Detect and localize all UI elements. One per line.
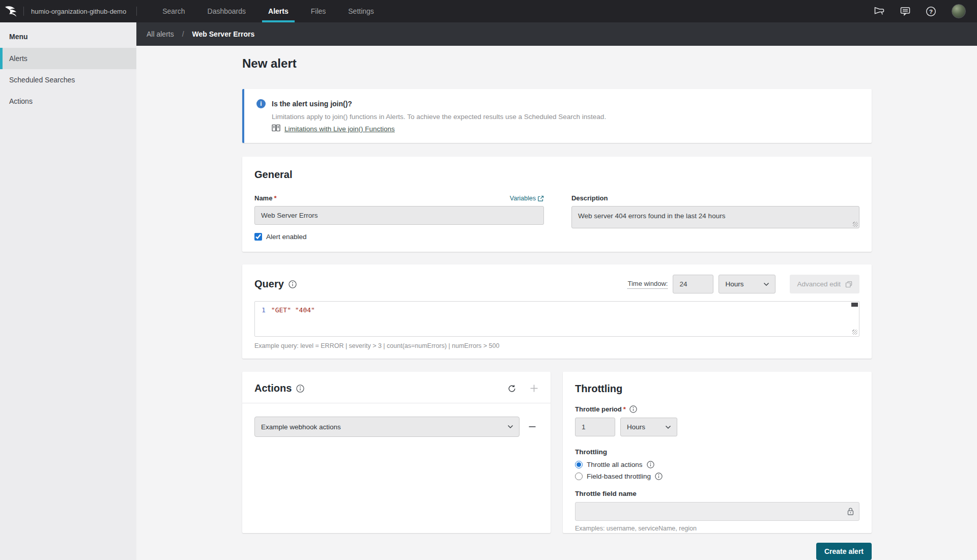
open-in-new-icon (845, 281, 852, 288)
action-select[interactable]: Example webhook actions (254, 417, 520, 437)
breadcrumb-all-alerts[interactable]: All alerts (147, 30, 174, 38)
breadcrumb-current: Web Server Errors (192, 30, 255, 38)
throttling-heading: Throttling (575, 383, 859, 395)
time-window-input[interactable] (673, 275, 713, 293)
variables-link[interactable]: Variables (510, 195, 544, 202)
feedback-chat-icon[interactable] (900, 7, 910, 16)
resize-handle[interactable] (852, 330, 857, 335)
general-section: General Name* Variables (242, 157, 872, 252)
query-info-icon[interactable] (289, 280, 297, 288)
required-asterisk: * (274, 194, 276, 202)
nav-right-icons: ? (874, 4, 977, 18)
field-based-info-icon[interactable] (655, 473, 663, 480)
time-window-label[interactable]: Time window: (627, 280, 668, 289)
line-number: 1 (262, 306, 266, 314)
sidebar: Menu Alerts Scheduled Searches Actions (0, 22, 136, 560)
info-banner-body: Limitations apply to join() functions in… (272, 113, 859, 121)
nav-item-settings[interactable]: Settings (337, 0, 385, 22)
throttle-period-unit-select[interactable]: Hours (620, 418, 677, 436)
top-navbar: humio-organization-github-demo Search Da… (0, 0, 977, 22)
alert-enabled-checkbox[interactable] (254, 233, 262, 241)
field-based-throttling-radio[interactable] (575, 473, 583, 480)
breadcrumb: All alerts / Web Server Errors (136, 22, 977, 46)
actions-info-icon[interactable] (296, 385, 304, 393)
throttle-all-actions-label: Throttle all actions (587, 461, 643, 468)
announcements-megaphone-icon[interactable] (874, 7, 885, 16)
info-banner-title: Is the alert using join()? (272, 100, 352, 108)
nav-divider (136, 7, 137, 16)
create-alert-button[interactable]: Create alert (816, 543, 872, 560)
chevron-down-icon (665, 425, 671, 429)
field-based-throttling-label: Field-based throttling (587, 473, 651, 480)
main-area: New alert i Is the alert using join()? L… (136, 46, 977, 560)
throttle-all-info-icon[interactable] (647, 461, 654, 468)
refresh-icon (508, 385, 516, 393)
nav-item-dashboards[interactable]: Dashboards (196, 0, 257, 22)
page-title: New alert (242, 56, 872, 71)
throttle-all-actions-radio[interactable] (575, 461, 583, 468)
required-asterisk: * (623, 405, 626, 413)
throttling-section: Throttling Throttle period* Hours Thr (563, 372, 872, 533)
editor-scrollbar-thumb[interactable] (851, 303, 858, 307)
throttle-examples-text: Examples: username, serviceName, region (575, 525, 859, 532)
chevron-down-icon (507, 425, 513, 429)
throttle-field-name-label: Throttle field name (575, 490, 859, 497)
info-filled-icon: i (256, 99, 266, 108)
svg-text:?: ? (929, 8, 933, 14)
sidebar-item-alerts[interactable]: Alerts (0, 48, 136, 69)
book-icon (272, 124, 280, 134)
advanced-edit-button[interactable]: Advanced edit (790, 275, 859, 293)
add-action-button[interactable] (530, 384, 538, 393)
general-heading: General (254, 169, 859, 181)
name-label: Name* (254, 194, 276, 202)
throttle-field-name-input (575, 502, 859, 521)
external-link-icon (537, 195, 544, 202)
query-section: Query Time window: Hours Advanced edit (242, 264, 872, 359)
sidebar-item-actions[interactable]: Actions (0, 91, 136, 112)
organization-name[interactable]: humio-organization-github-demo (31, 8, 126, 15)
nav-item-files[interactable]: Files (300, 0, 337, 22)
join-limitations-link[interactable]: Limitations with Live join() Functions (284, 125, 395, 133)
sidebar-menu-title: Menu (0, 22, 136, 48)
actions-heading: Actions (254, 382, 292, 394)
breadcrumb-separator: / (182, 30, 184, 38)
crowdstrike-falcon-logo[interactable] (0, 5, 23, 18)
nav-divider (23, 7, 24, 16)
help-icon[interactable]: ? (926, 6, 936, 17)
nav-item-search[interactable]: Search (151, 0, 196, 22)
primary-nav: Search Dashboards Alerts Files Settings (151, 0, 385, 22)
query-heading: Query (254, 278, 284, 290)
falcon-icon (4, 5, 19, 18)
query-editor[interactable]: 1 "GET" "404" (254, 301, 859, 337)
user-avatar[interactable] (952, 4, 966, 18)
nav-item-alerts[interactable]: Alerts (257, 0, 300, 22)
resize-handle[interactable] (853, 222, 858, 227)
actions-section: Actions (242, 372, 551, 533)
throttle-period-info-icon[interactable] (629, 405, 637, 413)
query-code: "GET" "404" (271, 306, 315, 314)
throttle-period-label: Throttle period* (575, 405, 626, 413)
description-textarea[interactable]: Web server 404 errors found in the last … (571, 206, 859, 228)
plus-icon (530, 384, 538, 393)
minus-icon (528, 423, 536, 431)
throttling-subheading: Throttling (575, 448, 859, 456)
description-label: Description (571, 194, 608, 202)
example-query-text: Example query: level = ERROR | severity … (254, 342, 859, 349)
lock-icon (847, 507, 854, 518)
refresh-actions-button[interactable] (508, 385, 516, 393)
remove-action-button[interactable] (528, 423, 536, 431)
chevron-down-icon (763, 282, 769, 286)
throttle-period-input[interactable] (575, 418, 615, 436)
sidebar-item-scheduled-searches[interactable]: Scheduled Searches (0, 69, 136, 91)
alert-name-input[interactable] (254, 206, 544, 225)
alert-enabled-label: Alert enabled (266, 233, 307, 241)
time-window-unit-select[interactable]: Hours (719, 275, 775, 293)
join-info-banner: i Is the alert using join()? Limitations… (242, 89, 872, 143)
